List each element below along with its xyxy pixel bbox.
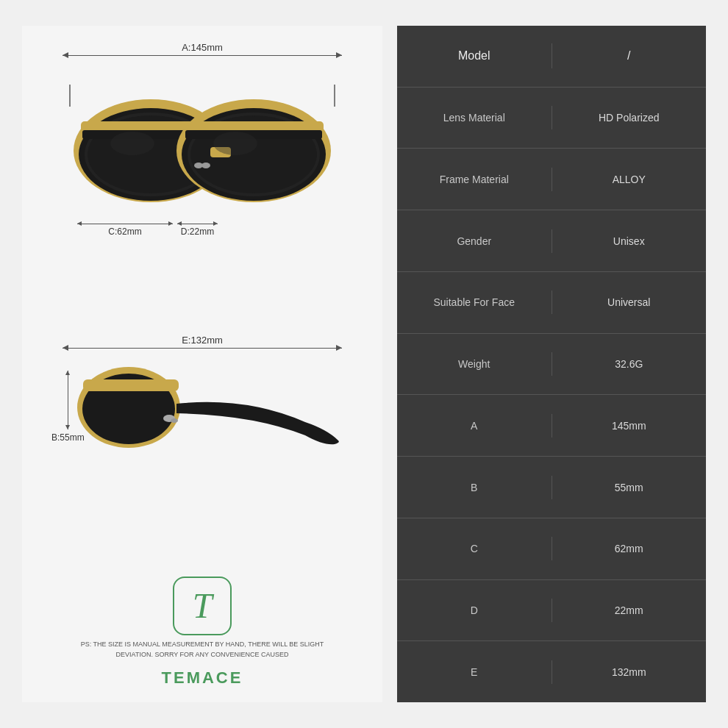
dim-b-arrow <box>68 371 68 429</box>
svg-point-18 <box>213 132 257 155</box>
spec-row-9: D22mm <box>397 580 706 642</box>
dim-c-group: C:62mm <box>77 224 173 237</box>
spec-table: Model/Lens MaterialHD PolarizedFrame Mat… <box>397 26 706 702</box>
dim-e-container: E:132mm <box>63 348 342 349</box>
spec-value-7: 55mm <box>552 476 707 499</box>
spec-value-3: Unisex <box>552 229 707 253</box>
logo-letter: T <box>193 588 213 624</box>
dim-c-arrow <box>77 224 173 224</box>
dim-a-label: A:145mm <box>182 42 223 53</box>
spec-row-10: E132mm <box>397 641 706 702</box>
spec-value-6: 145mm <box>552 414 707 438</box>
spec-label-2: Frame Material <box>397 168 552 191</box>
glasses-front-svg <box>66 70 338 217</box>
svg-point-17 <box>110 132 154 155</box>
page-container: A:145mm <box>0 0 728 728</box>
dim-cd-container: C:62mm D:22mm <box>66 224 338 237</box>
dim-b-label: B:55mm <box>51 432 85 443</box>
dim-d-arrow <box>177 224 218 224</box>
spec-value-2: ALLOY <box>552 168 707 191</box>
spec-row-8: C62mm <box>397 518 706 580</box>
spec-row-0: Model/ <box>397 26 706 88</box>
dim-e-arrow <box>63 348 342 349</box>
brand-name: TEMACE <box>162 668 243 688</box>
dim-b-group: B:55mm <box>51 371 85 443</box>
dim-c-label: C:62mm <box>108 226 141 237</box>
spec-label-3: Gender <box>397 229 552 253</box>
spec-value-9: 22mm <box>552 599 707 622</box>
spec-row-7: B55mm <box>397 457 706 518</box>
spec-label-10: E <box>397 660 552 684</box>
svg-point-22 <box>171 418 178 423</box>
spec-row-4: Suitable For FaceUniversal <box>397 272 706 334</box>
spec-value-0: / <box>552 43 707 68</box>
spec-label-4: Suitable For Face <box>397 290 552 314</box>
spec-value-5: 32.6G <box>552 352 707 376</box>
side-view-container: B:55mm <box>37 356 368 474</box>
dim-c-line <box>77 224 173 224</box>
bottom-section: T PS: THE SIZE IS MANUAL MEASUREMENT BY … <box>37 577 368 688</box>
spec-label-8: C <box>397 537 552 560</box>
left-panel: A:145mm <box>22 26 382 702</box>
spec-row-3: GenderUnisex <box>397 210 706 272</box>
spec-label-1: Lens Material <box>397 106 552 129</box>
svg-point-16 <box>201 163 210 168</box>
spec-label-7: B <box>397 476 552 499</box>
dimension-a-container: A:145mm <box>63 55 342 56</box>
ps-text: PS: THE SIZE IS MANUAL MEASUREMENT BY HA… <box>77 640 327 660</box>
spec-value-8: 62mm <box>552 537 707 560</box>
spec-label-0: Model <box>397 43 552 68</box>
dim-d-group: D:22mm <box>177 224 218 237</box>
dim-a-arrow <box>63 55 342 56</box>
spec-value-10: 132mm <box>552 660 707 684</box>
content-wrapper: A:145mm <box>22 26 706 702</box>
dim-e-label: E:132mm <box>182 335 223 346</box>
spec-row-5: Weight32.6G <box>397 334 706 396</box>
spec-label-5: Weight <box>397 352 552 376</box>
dim-d-label: D:22mm <box>181 226 214 237</box>
spec-row-6: A145mm <box>397 395 706 457</box>
spec-label-9: D <box>397 599 552 622</box>
spec-row-2: Frame MaterialALLOY <box>397 149 706 210</box>
glasses-side-svg <box>63 356 342 474</box>
spec-value-1: HD Polarized <box>552 106 707 129</box>
svg-rect-23 <box>83 379 179 391</box>
glasses-top-section: A:145mm <box>37 48 368 237</box>
dim-d-line <box>177 224 218 224</box>
spec-value-4: Universal <box>552 290 707 314</box>
logo-circle: T <box>173 577 232 635</box>
glasses-side-section: E:132mm B:55mm <box>37 348 368 474</box>
spec-row-1: Lens MaterialHD Polarized <box>397 88 706 149</box>
spec-label-6: A <box>397 414 552 438</box>
